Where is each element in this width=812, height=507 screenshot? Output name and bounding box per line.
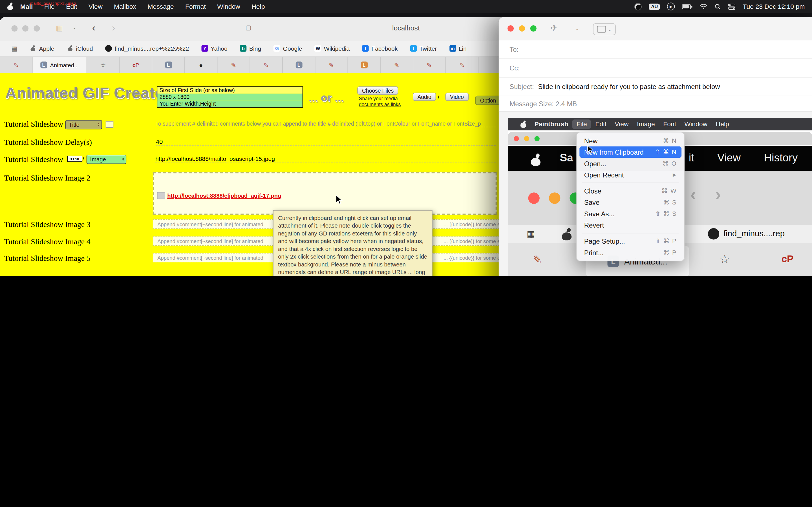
browser-tab[interactable]: ✎ bbox=[250, 57, 283, 73]
send-icon[interactable]: ✈ bbox=[550, 23, 558, 34]
browser-tab[interactable]: L bbox=[283, 57, 315, 73]
audio-button[interactable]: Audio bbox=[413, 93, 436, 101]
browser-tab[interactable]: ☆ bbox=[87, 57, 120, 73]
paintbrush-app-name[interactable]: Paintbrush bbox=[535, 121, 568, 128]
search-icon[interactable] bbox=[715, 3, 721, 10]
browser-tab[interactable]: L bbox=[152, 57, 185, 73]
file-menu-new[interactable]: New⌘ N bbox=[579, 135, 681, 146]
battery-icon[interactable] bbox=[682, 4, 693, 9]
image2-url-link[interactable]: http://localhost:8888/clipboad_agif-17.p… bbox=[167, 192, 281, 199]
tab-animated[interactable]: LAnimated... bbox=[33, 57, 87, 73]
bookmark-bing[interactable]: bBing bbox=[240, 45, 261, 52]
menu-extra-icon[interactable] bbox=[635, 3, 642, 10]
choose-files-button[interactable]: Choose Files bbox=[357, 87, 398, 95]
browser-tab[interactable]: ✎ bbox=[380, 57, 413, 73]
minimize-button[interactable] bbox=[519, 25, 525, 32]
format-button[interactable]: ⌄ bbox=[593, 23, 616, 35]
browser-tab[interactable]: ✎ bbox=[413, 57, 446, 73]
to-field[interactable]: To: bbox=[499, 40, 812, 59]
control-center-icon[interactable] bbox=[728, 3, 735, 10]
color-swatch[interactable] bbox=[106, 121, 114, 128]
browser-tab[interactable]: ● bbox=[185, 57, 218, 73]
menubar-item-message[interactable]: Message bbox=[147, 3, 174, 10]
image-select[interactable]: Image bbox=[87, 155, 126, 164]
paintbrush-menu-window[interactable]: Window bbox=[684, 121, 708, 128]
tab-favicon: ✎ bbox=[231, 61, 236, 69]
file-menu-save[interactable]: Save⌘ S bbox=[579, 196, 681, 208]
browser-tab[interactable]: L bbox=[348, 57, 380, 73]
menu-shortcut: ⌘ O bbox=[663, 160, 677, 167]
message-size-text: Message Size: 2.4 MB bbox=[509, 100, 577, 108]
file-menu-print[interactable]: Print...⌘ P bbox=[579, 247, 681, 258]
bookmark-find-minus-rep-22s-22[interactable]: find_minus....rep+%22s%22 bbox=[105, 45, 189, 52]
title-hint-input[interactable]: To supplement # delimited comments below… bbox=[155, 121, 496, 127]
menubar: Mail FileEditViewMailboxMessageFormatWin… bbox=[0, 0, 812, 13]
bookmark-apple[interactable]: Apple bbox=[30, 45, 54, 52]
bookmark-google[interactable]: GGoogle bbox=[273, 45, 302, 52]
menubar-item-mailbox[interactable]: Mailbox bbox=[114, 3, 136, 10]
paintbrush-menu-file[interactable]: File bbox=[572, 119, 591, 129]
send-chevron-icon[interactable]: ⌄ bbox=[575, 26, 579, 31]
browser-tab[interactable]: ✎ bbox=[217, 57, 250, 73]
format-rect-icon bbox=[597, 26, 606, 33]
apple-menu-icon[interactable] bbox=[7, 3, 13, 10]
paintbrush-menu-edit[interactable]: Edit bbox=[595, 121, 606, 128]
bookmark-lin[interactable]: inLin bbox=[449, 45, 467, 52]
zoom-button[interactable] bbox=[535, 136, 540, 141]
bookmark-icloud[interactable]: iCloud bbox=[67, 45, 93, 52]
close-button[interactable] bbox=[514, 136, 519, 141]
menubar-item-view[interactable]: View bbox=[89, 3, 102, 10]
subject-field[interactable]: Subject: Slide in clipboard ready for yo… bbox=[499, 78, 812, 96]
title-select[interactable]: Title bbox=[65, 120, 102, 129]
paintbrush-menu-help[interactable]: Help bbox=[716, 121, 729, 128]
paintbrush-menubar: Paintbrush FileEditViewImageFontWindowHe… bbox=[508, 118, 812, 130]
image1-url-input[interactable]: http://localhost:8888/mailto_osascript-1… bbox=[155, 156, 496, 163]
file-menu-new-from-clipboard[interactable]: New from Clipboard⇧ ⌘ N bbox=[579, 147, 681, 158]
delay-input[interactable]: 40 bbox=[156, 138, 496, 146]
mail-compose-window: ✈ ⌄ ⌄ To: Cc: Subject: Slide in clipboar… bbox=[499, 17, 812, 276]
menubar-item-help[interactable]: Help bbox=[252, 3, 265, 10]
bookmark-favicon: t bbox=[410, 45, 417, 52]
bookmark-wikipedia[interactable]: WWikipedia bbox=[315, 45, 350, 52]
bookmarks-grid-icon[interactable]: ▦ bbox=[11, 45, 17, 52]
file-menu-open-recent[interactable]: Open Recent▶ bbox=[579, 169, 681, 180]
paintbrush-menu-font[interactable]: Font bbox=[663, 121, 676, 128]
video-button[interactable]: Video bbox=[446, 93, 469, 101]
bookmark-label: iCloud bbox=[76, 45, 93, 52]
bookmark-yahoo[interactable]: YYahoo bbox=[201, 45, 227, 52]
pencil-tab-icon: ✎ bbox=[533, 253, 542, 266]
close-button[interactable] bbox=[507, 25, 514, 32]
file-menu-page-setup[interactable]: Page Setup...⇧ ⌘ P bbox=[579, 235, 681, 247]
wifi-icon[interactable] bbox=[700, 4, 708, 9]
menubar-clock[interactable]: Tue 23 Dec 12:10 pm bbox=[743, 3, 805, 10]
tab-favicon: ✎ bbox=[329, 61, 334, 69]
menubar-item-format[interactable]: Format bbox=[185, 3, 206, 10]
cc-field[interactable]: Cc: bbox=[499, 59, 812, 77]
zoom-button[interactable] bbox=[530, 25, 537, 32]
options-button[interactable]: Option bbox=[475, 96, 501, 105]
size-box-line3[interactable]: You Enter Width,Height bbox=[157, 100, 302, 107]
play-icon[interactable]: ▶ bbox=[667, 3, 675, 10]
input-source-indicator[interactable]: AU bbox=[649, 3, 660, 10]
file-menu-save-as[interactable]: Save As...⇧ ⌘ S bbox=[579, 208, 681, 219]
share-text-line2[interactable]: documents as links bbox=[359, 101, 401, 107]
browser-tab[interactable]: cP bbox=[119, 57, 152, 73]
apple-logo-icon[interactable] bbox=[520, 121, 526, 128]
apple-logo-icon bbox=[562, 229, 571, 240]
browser-tab[interactable]: ✎ bbox=[446, 57, 478, 73]
file-menu-revert[interactable]: Revert bbox=[579, 219, 681, 231]
image2-dropzone[interactable]: http://localhost:8888/clipboad_agif-17.p… bbox=[153, 172, 497, 215]
attachment-screenshot[interactable]: Paintbrush FileEditViewImageFontWindowHe… bbox=[508, 118, 812, 276]
minimize-button[interactable] bbox=[524, 136, 529, 141]
bookmark-facebook[interactable]: fFacebook bbox=[362, 45, 398, 52]
paintbrush-menu-image[interactable]: Image bbox=[637, 121, 655, 128]
bookmark-label: Lin bbox=[459, 45, 467, 52]
browser-tab[interactable]: ✎ bbox=[315, 57, 348, 73]
browser-tab[interactable]: ✎ bbox=[0, 57, 33, 73]
paintbrush-menu-view[interactable]: View bbox=[615, 121, 628, 128]
file-menu-open[interactable]: Open...⌘ O bbox=[579, 158, 681, 169]
html-chip-button[interactable]: HTML bbox=[67, 156, 83, 162]
bookmark-twitter[interactable]: tTwitter bbox=[410, 45, 437, 52]
file-menu-close[interactable]: Close⌘ W bbox=[579, 185, 681, 196]
menubar-item-window[interactable]: Window bbox=[217, 3, 240, 10]
